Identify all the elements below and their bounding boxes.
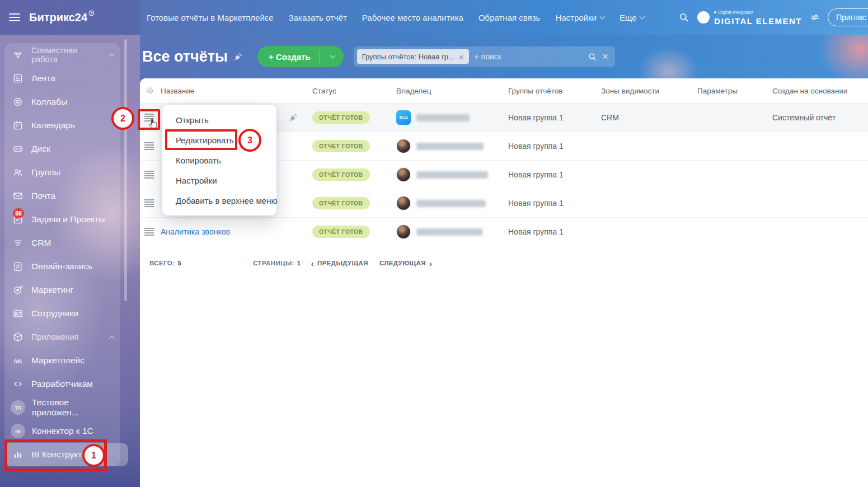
report-group: Новая группа 1 (508, 227, 601, 236)
sidebar-item-label: Почта (31, 191, 55, 201)
sidebar-item-label: Тестовое приложен... (32, 397, 114, 418)
sidebar-panel: Совместная работа Лента Коллабы Календар… (4, 43, 120, 466)
clock-icon (88, 10, 95, 16)
nav-more[interactable]: Еще (620, 13, 645, 22)
gear-icon[interactable] (145, 86, 155, 96)
total-label: ВСЕГО: (149, 260, 175, 266)
sidebar-item-marketplace[interactable]: Маркетплейс (4, 349, 120, 372)
sidebar-item-label: Группы (31, 167, 60, 177)
sidebar-item-label: Разработчикам (31, 379, 93, 389)
clear-search-icon[interactable]: × (602, 51, 608, 62)
sidebar-item-employees[interactable]: Сотрудники (4, 302, 120, 325)
filter-chip[interactable]: Группы отчётов: Новая гр... × (357, 49, 469, 64)
app-logo-text: Битрикс24 (29, 11, 87, 24)
table-row[interactable]: Аналитика звонков ОТЧЁТ ГОТОВ Новая груп… (140, 217, 868, 246)
chevron-up-icon (109, 335, 115, 341)
table-header: Название Статус Владелец Группы отчётов … (140, 78, 868, 103)
context-menu-add-to-top-menu[interactable]: Добавить в верхнее меню (162, 190, 276, 210)
apps-cube-icon (11, 330, 25, 344)
nav-analyst-workspace[interactable]: Рабочее место аналитика (362, 13, 463, 22)
row-menu-handle-icon[interactable] (144, 199, 154, 207)
nav-settings[interactable]: Настройки (555, 13, 604, 22)
1c-connector-avatar: кк (11, 424, 25, 438)
sidebar-item-feed[interactable]: Лента (4, 67, 120, 90)
next-page-button[interactable]: СЛЕДУЮЩАЯ › (379, 259, 432, 268)
blurred-owner-name (416, 200, 486, 207)
sidebar-section-apps[interactable]: Приложения (4, 325, 120, 349)
status-badge: ОТЧЁТ ГОТОВ (312, 140, 370, 152)
create-button[interactable]: + Создать (257, 46, 344, 67)
invite-button[interactable]: Приглас (828, 8, 868, 26)
sidebar-item-groups[interactable]: Группы (4, 161, 120, 184)
page-number: 1 (297, 260, 301, 266)
chevron-down-icon (640, 14, 645, 20)
pin-icon[interactable] (233, 52, 243, 62)
annotation-step2: 2 (111, 107, 134, 130)
feed-icon (11, 72, 25, 85)
calendar-icon (11, 119, 25, 132)
sidebar-item-tasks[interactable]: 88 Задачи и Проекты (4, 208, 120, 231)
context-menu-copy[interactable]: Копировать (162, 150, 276, 170)
nav-marketplace-reports[interactable]: Готовые отчёты в Маркетплейсе (147, 13, 274, 22)
sidebar-item-crm[interactable]: CRM (4, 231, 120, 255)
nav-feedback[interactable]: Обратная связь (478, 13, 541, 22)
sidebar-item-marketing[interactable]: Маркетинг (4, 278, 120, 302)
status-badge: ОТЧЁТ ГОТОВ (312, 197, 370, 209)
mail-icon (11, 189, 25, 203)
collabs-icon (11, 95, 25, 109)
sidebar-item-label: Календарь (31, 120, 75, 130)
sidebar-item-label: Сотрудники (31, 308, 78, 319)
sidebar-section-label: Приложения (31, 333, 79, 341)
table-footer: ВСЕГО: 5 СТРАНИЦЫ: 1 ‹ ПРЕДЫДУЩАЯ СЛЕДУЮ… (140, 254, 868, 272)
test-app-avatar: тп (11, 400, 25, 415)
sliders-icon[interactable] (810, 12, 820, 22)
crm-icon (11, 236, 25, 250)
context-menu-open[interactable]: Открыть (162, 110, 276, 130)
filter-search-bar[interactable]: Группы отчётов: Новая гр... × + поиск × (354, 46, 615, 67)
blurred-owner-name (416, 143, 484, 150)
remove-filter-icon[interactable]: × (459, 53, 464, 61)
blurred-owner-name (416, 228, 482, 236)
chevron-left-icon: ‹ (311, 259, 314, 268)
sidebar-item-online-booking[interactable]: Онлайн-запись (4, 255, 120, 278)
nav-order-report[interactable]: Заказать отчёт (289, 13, 347, 22)
report-link[interactable]: Аналитика звонков (161, 227, 230, 236)
app-logo[interactable]: Битрикс24 (29, 11, 95, 24)
prev-page-button[interactable]: ‹ ПРЕДЫДУЩАЯ (311, 259, 368, 268)
sidebar: Совместная работа Лента Коллабы Календар… (0, 35, 140, 487)
context-menu: Открыть Редактировать Копировать Настрой… (162, 105, 276, 216)
chevron-right-icon: › (429, 259, 432, 268)
row-menu-handle-icon[interactable] (144, 228, 154, 236)
chevron-up-icon (109, 53, 115, 59)
sidebar-item-label: Диск (31, 144, 50, 154)
annotation-step3: 3 (238, 129, 261, 152)
sidebar-item-label: Лента (31, 73, 55, 83)
menu-toggle-icon[interactable] (9, 13, 20, 21)
annotation-box-step3 (165, 129, 237, 150)
row-menu-handle-icon[interactable] (144, 171, 154, 179)
sidebar-item-collabs[interactable]: Коллабы (4, 90, 120, 114)
sidebar-item-label: Задачи и Проекты (31, 214, 105, 224)
sidebar-item-calendar[interactable]: Календарь (4, 114, 120, 137)
sidebar-section-label: Совместная работа (31, 46, 103, 64)
chevron-down-icon (600, 14, 606, 20)
sidebar-scrollbar[interactable] (124, 39, 127, 301)
sidebar-item-disk[interactable]: Диск (4, 137, 120, 161)
sidebar-item-label: Коллабы (31, 97, 67, 107)
sidebar-item-mail[interactable]: Почта (4, 184, 120, 208)
create-dropdown-toggle[interactable] (320, 55, 344, 58)
status-badge: ОТЧЁТ ГОТОВ (312, 111, 370, 124)
sidebar-section-collaboration[interactable]: Совместная работа (4, 43, 120, 67)
col-status: Статус (312, 87, 396, 95)
col-based-on: Создан на основании (772, 87, 868, 95)
row-menu-handle-icon[interactable] (144, 142, 154, 150)
pin-icon[interactable] (288, 113, 298, 123)
status-badge: ОТЧЁТ ГОТОВ (312, 168, 370, 181)
search-icon[interactable] (678, 12, 689, 23)
sidebar-item-developers[interactable]: Разработчикам (4, 372, 120, 396)
context-menu-settings[interactable]: Настройки (162, 170, 276, 190)
sidebar-item-test-app[interactable]: тп Тестовое приложен... (4, 396, 120, 419)
bitrix24-avatar-icon: B24 (396, 110, 411, 125)
filter-search-icon[interactable] (588, 52, 597, 62)
sidebar-item-label: Коннектор к 1С (32, 426, 93, 436)
